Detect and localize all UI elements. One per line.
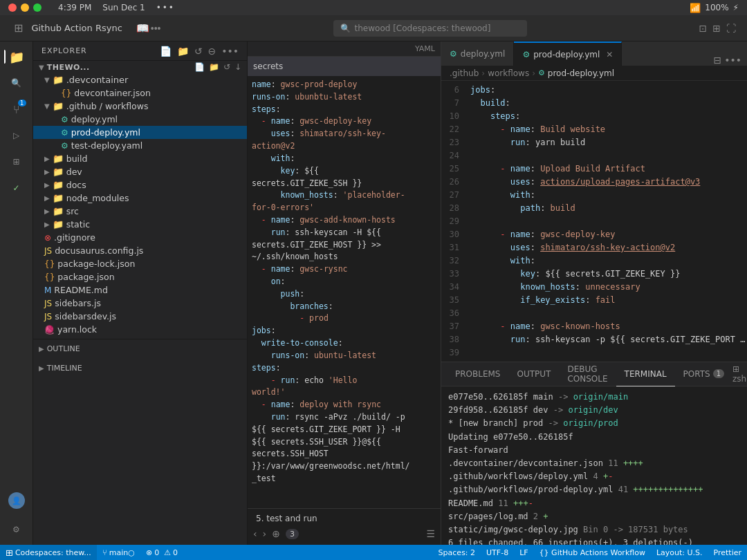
collapse-icon[interactable]: ⊖ xyxy=(208,46,216,57)
terminal-section: PROBLEMS OUTPUT DEBUG CONSOLE TERMINAL P… xyxy=(441,362,747,545)
tree-test-deploy-yaml[interactable]: ⚙ test-deploy.yaml xyxy=(33,139,247,152)
code-line-11: for-0-errors' xyxy=(252,202,436,214)
collapse-action[interactable]: ↓ xyxy=(234,62,241,72)
layout-icon[interactable]: ⊞ xyxy=(712,23,721,34)
devcontainerjson-label: devcontainer.json xyxy=(74,88,151,98)
nav-add[interactable]: ⊕ xyxy=(272,528,280,539)
activity-git[interactable]: ⑂ 1 xyxy=(4,97,29,122)
activity-avatar[interactable]: 👤 xyxy=(4,488,29,513)
tree-dev[interactable]: ▶ 📁 dev xyxy=(33,165,247,178)
tab-problems[interactable]: PROBLEMS xyxy=(447,362,509,386)
breadcrumb: .github › workflows › ⚙ prod-deploy.yml xyxy=(441,66,747,81)
tab-terminal[interactable]: TERMINAL xyxy=(616,362,675,386)
sidebar-toggle[interactable]: ⊞ xyxy=(11,20,26,36)
codespaces-label: Codespaces: thew... xyxy=(15,548,91,557)
nav-next[interactable]: › xyxy=(263,528,267,539)
tree-package-json[interactable]: {} package.json xyxy=(33,270,247,283)
code-line-2: runs-on: ubunbtu-latest xyxy=(252,91,436,104)
traffic-light-yellow[interactable] xyxy=(21,3,29,12)
nav-search-box[interactable]: 🔍 thewood [Codespaces: thewood] xyxy=(333,20,527,37)
new-file-action[interactable]: 📄 xyxy=(194,62,205,72)
split-icon[interactable]: ⊡ xyxy=(699,23,708,34)
more-icon[interactable]: ••• xyxy=(221,46,239,57)
nav-more-icon[interactable]: ••• xyxy=(151,23,161,34)
activity-settings[interactable]: ⚙ xyxy=(4,517,29,542)
tree-prod-deploy-yml[interactable]: ⚙ prod-deploy.yml xyxy=(33,126,247,139)
breadcrumb-github[interactable]: .github xyxy=(450,68,479,78)
tree-static[interactable]: ▶ 📁 static xyxy=(33,218,247,231)
term-line-8: .github/workflows/prod-deploy.yml 41 +++… xyxy=(448,483,740,496)
tab-prod-deploy-yml[interactable]: ⚙ prod-deploy.yml ✕ xyxy=(514,41,622,66)
line-content-10: steps: xyxy=(470,110,520,123)
line-content-39 xyxy=(470,346,475,360)
outline-section[interactable]: ▶ OUTLINE xyxy=(33,339,247,358)
tab-ports[interactable]: PORTS 1 xyxy=(675,362,732,386)
tree-gitignore[interactable]: ⊗ .gitignore xyxy=(33,231,247,244)
status-errors[interactable]: ⊗ 0 ⚠ 0 xyxy=(140,545,183,560)
tree-yarn-lock[interactable]: 🧶 yarn.lock xyxy=(33,323,247,336)
term-line-10: src/pages/log.md 2 + xyxy=(448,510,740,523)
status-codespaces[interactable]: ⊞ Codespaces: thew... xyxy=(0,545,97,560)
status-eol[interactable]: LF xyxy=(514,545,533,560)
status-layout[interactable]: Layout: U.S. xyxy=(651,545,708,560)
status-branch[interactable]: ⑂ main○ xyxy=(97,545,140,560)
activity-search[interactable]: 🔍 xyxy=(4,71,29,95)
editor-line-26: 26 uses: actions/upload-pages-artifact@v… xyxy=(441,176,747,189)
tab-prod-close[interactable]: ✕ xyxy=(606,50,613,59)
refresh-action[interactable]: ↺ xyxy=(223,62,230,72)
tree-docs[interactable]: ▶ 📁 docs xyxy=(33,178,247,192)
tab-output[interactable]: OUTPUT xyxy=(509,362,560,386)
tree-root[interactable]: ▼ THEWO... 📄 📁 ↺ ↓ xyxy=(33,61,247,73)
page-badge: 3 xyxy=(286,529,299,539)
nodemodules-label: node_modules xyxy=(66,193,129,203)
tree-docusaurus[interactable]: JS docusaurus.config.js xyxy=(33,244,247,257)
tree-deploy-yml[interactable]: ⚙ deploy.yml xyxy=(33,113,247,126)
tab-deploy-label: deploy.yml xyxy=(461,49,506,59)
activity-explorer[interactable]: 📁 xyxy=(4,44,29,69)
nav-prev[interactable]: ‹ xyxy=(253,528,257,539)
traffic-light-green[interactable] xyxy=(33,3,42,12)
tree-package-lock[interactable]: {} package-lock.json xyxy=(33,257,247,270)
dots-menu[interactable]: ••• xyxy=(156,3,175,12)
tree-sidebars[interactable]: JS sidebars.js xyxy=(33,297,247,310)
editor-tabs: ⚙ deploy.yml ⚙ prod-deploy.yml ✕ ⊟ ••• xyxy=(441,41,747,66)
line-num-6: 6 xyxy=(441,84,470,97)
timeline-section[interactable]: ▶ TIMELINE xyxy=(33,358,247,377)
tab-deploy-yml[interactable]: ⚙ deploy.yml xyxy=(441,41,514,66)
status-encoding[interactable]: UTF-8 xyxy=(481,545,514,560)
secrets-nav[interactable]: secrets xyxy=(248,57,441,76)
nav-book-icon[interactable]: 📖 xyxy=(136,22,149,35)
new-folder-action[interactable]: 📁 xyxy=(209,62,219,72)
tab-debug-console[interactable]: DEBUG CONSOLE xyxy=(559,362,616,386)
tree-src[interactable]: ▶ 📁 src xyxy=(33,205,247,218)
fullscreen-icon[interactable]: ⛶ xyxy=(726,23,736,34)
readme-label: README.md xyxy=(54,285,108,295)
status-prettier[interactable]: Prettier xyxy=(708,545,747,560)
traffic-light-red[interactable] xyxy=(8,3,17,12)
status-spaces[interactable]: Spaces: 2 xyxy=(433,545,481,560)
tree-build[interactable]: ▶ 📁 build xyxy=(33,152,247,165)
tree-sidebarsdev[interactable]: JS sidebarsdev.js xyxy=(33,310,247,323)
new-folder-icon[interactable]: 📁 xyxy=(177,46,189,57)
tree-readme[interactable]: M README.md xyxy=(33,283,247,297)
split-right-icon[interactable]: ⊟ xyxy=(713,55,721,66)
status-language[interactable]: {} GitHub Actions Workflow xyxy=(534,545,651,560)
tree-devcontainer[interactable]: ▼ 📁 .devcontainer xyxy=(33,73,247,86)
nav-item-5[interactable]: 5. test and run xyxy=(253,512,435,525)
line-num-37: 37 xyxy=(441,320,470,333)
activity-debug[interactable]: ▷ xyxy=(4,123,29,148)
breadcrumb-workflows[interactable]: workflows xyxy=(488,68,529,78)
tree-node-modules[interactable]: ▶ 📁 node_modules xyxy=(33,192,247,205)
tree-devcontainer-json[interactable]: {} devcontainer.json xyxy=(33,86,247,100)
activity-check[interactable]: ✓ xyxy=(4,176,29,200)
tree-github[interactable]: ▼ 📁 .github / workflows xyxy=(33,100,247,113)
tab-more-icon[interactable]: ••• xyxy=(724,55,741,66)
activity-extensions[interactable]: ⊞ xyxy=(4,149,29,174)
editor-line-10: 10 steps: xyxy=(441,110,747,123)
deployyml-label: deploy.yml xyxy=(71,114,118,124)
code-line-31: ${{ secrets.GIT_ZEKE_PORT }} -H xyxy=(252,424,436,436)
line-content-31: uses: shimataro/ssh-key-action@v2 xyxy=(470,241,675,254)
nav-menu[interactable]: ☰ xyxy=(426,528,435,539)
new-file-icon[interactable]: 📄 xyxy=(160,46,172,57)
refresh-icon[interactable]: ↺ xyxy=(194,46,203,57)
